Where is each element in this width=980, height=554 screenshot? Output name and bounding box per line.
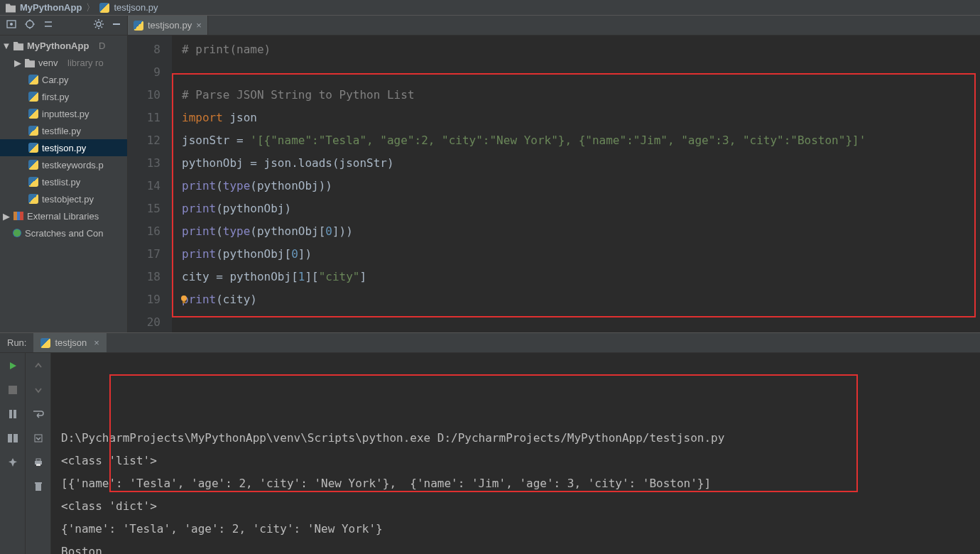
gear-icon[interactable] xyxy=(93,18,104,32)
code-line[interactable]: jsonStr = '[{"name":"Tesla", "age":2, "c… xyxy=(182,129,980,152)
run-label: Run: xyxy=(0,337,33,348)
select-opened-file-icon[interactable] xyxy=(6,18,17,32)
code-line[interactable]: print(pythonObj) xyxy=(182,197,980,220)
print-icon[interactable] xyxy=(31,455,45,469)
down-icon[interactable] xyxy=(31,383,45,397)
close-run-tab-icon[interactable]: × xyxy=(94,337,99,348)
svg-rect-30 xyxy=(36,464,40,466)
tree-external-label: External Libraries xyxy=(27,211,99,222)
editor-gutter: 891011121314151617181920 xyxy=(128,36,172,332)
svg-point-19 xyxy=(181,295,187,301)
tree-scratches-label: Scratches and Con xyxy=(25,228,104,239)
tree-file-label: first.py xyxy=(42,92,69,102)
tree-file[interactable]: first.py xyxy=(0,88,127,105)
run-panel: Run: testjson × xyxy=(0,332,980,554)
tree-scratches[interactable]: Scratches and Con xyxy=(0,224,127,241)
code-line[interactable] xyxy=(182,61,980,84)
expander-right-icon[interactable]: ▶ xyxy=(3,212,10,219)
svg-rect-29 xyxy=(36,459,40,461)
python-file-icon xyxy=(28,143,38,153)
run-tab[interactable]: testjson × xyxy=(33,333,106,352)
pause-icon[interactable] xyxy=(6,407,20,421)
tree-venv[interactable]: ▶ venv library ro xyxy=(0,54,127,71)
editor-tabs: testjson.py × xyxy=(128,16,208,35)
console-line: {'name': 'Tesla', 'age': 2, 'city': 'New… xyxy=(61,518,970,541)
code-line[interactable]: print(type(pythonObj[0])) xyxy=(182,220,980,243)
svg-rect-23 xyxy=(9,410,12,418)
breadcrumb-sep: 〉 xyxy=(86,1,95,14)
code-line[interactable]: print(pythonObj[0]) xyxy=(182,243,980,266)
hide-icon[interactable] xyxy=(111,19,121,31)
console-line: <class 'dict'> xyxy=(61,495,970,518)
breadcrumb-project[interactable]: MyPythonApp xyxy=(20,2,82,13)
tree-root-label: MyPythonApp xyxy=(27,40,89,51)
tree-root[interactable]: ▼ MyPythonApp D xyxy=(0,37,127,54)
gutter-line-number: 11 xyxy=(128,107,160,129)
code-editor[interactable]: 891011121314151617181920 # print(name)# … xyxy=(128,36,980,332)
code-line[interactable]: print(type(pythonObj)) xyxy=(182,175,980,197)
editor-code[interactable]: # print(name)# Parse JSON String to Pyth… xyxy=(172,36,980,332)
tree-file[interactable]: testlist.py xyxy=(0,173,127,190)
intention-bulb-icon[interactable] xyxy=(179,294,189,304)
gutter-line-number: 8 xyxy=(128,38,160,61)
project-tree[interactable]: ▼ MyPythonApp D ▶ venv library ro Car.py… xyxy=(0,36,128,332)
tree-file[interactable]: testobject.py xyxy=(0,190,127,207)
tree-root-path: D xyxy=(99,40,105,51)
collapse-all-icon[interactable] xyxy=(43,18,54,32)
breadcrumb-file[interactable]: testjson.py xyxy=(114,2,158,13)
tree-venv-label: venv xyxy=(38,58,58,68)
svg-line-14 xyxy=(95,21,97,22)
code-line[interactable]: # print(name) xyxy=(182,38,980,61)
close-tab-icon[interactable]: × xyxy=(196,20,202,31)
code-line[interactable]: pythonObj = json.loads(jsonStr) xyxy=(182,152,980,175)
run-header: Run: testjson × xyxy=(0,333,980,353)
tree-file[interactable]: testfile.py xyxy=(0,122,127,139)
target-icon[interactable] xyxy=(24,18,36,32)
tree-file-label: testkeywords.p xyxy=(42,160,104,170)
trash-icon[interactable] xyxy=(31,479,45,494)
tree-external-libraries[interactable]: ▶ External Libraries xyxy=(0,207,127,224)
console-output[interactable]: D:\PycharmProjects\MyPythonApp\venv\Scri… xyxy=(51,353,980,554)
gutter-line-number: 12 xyxy=(128,129,160,152)
python-file-icon xyxy=(134,21,143,31)
tree-file[interactable]: inputtest.py xyxy=(0,105,127,122)
stop-icon[interactable] xyxy=(6,383,20,397)
scroll-to-end-icon[interactable] xyxy=(31,431,45,445)
soft-wrap-icon[interactable] xyxy=(31,407,45,421)
layout-icon[interactable] xyxy=(6,431,20,445)
rerun-icon[interactable] xyxy=(6,359,20,373)
python-file-icon xyxy=(28,126,38,136)
code-line[interactable]: import json xyxy=(182,107,980,129)
svg-rect-26 xyxy=(13,434,18,442)
code-line[interactable]: # Parse JSON String to Python List xyxy=(182,84,980,107)
code-line[interactable]: city = pythonObj[1]["city"] xyxy=(182,266,980,288)
scratches-icon xyxy=(13,229,21,237)
python-icon xyxy=(40,338,50,348)
pin-icon[interactable] xyxy=(6,455,20,469)
code-line[interactable] xyxy=(182,311,980,332)
expander-right-icon[interactable]: ▶ xyxy=(14,59,21,66)
svg-line-16 xyxy=(95,27,97,28)
svg-line-17 xyxy=(102,21,103,22)
console-line: <class 'list'> xyxy=(61,450,970,472)
up-icon[interactable] xyxy=(31,359,45,373)
tree-file-label: Car.py xyxy=(42,75,69,85)
tree-file[interactable]: testjson.py xyxy=(0,139,127,156)
svg-marker-21 xyxy=(10,362,16,369)
gutter-line-number: 10 xyxy=(128,84,160,107)
svg-rect-24 xyxy=(13,410,16,418)
folder-icon xyxy=(25,58,35,67)
svg-rect-22 xyxy=(9,386,17,394)
tree-file-label: testlist.py xyxy=(42,177,80,188)
code-line[interactable]: print(city) xyxy=(182,288,980,311)
svg-line-15 xyxy=(102,27,103,28)
python-file-icon xyxy=(28,177,38,187)
tree-file[interactable]: Car.py xyxy=(0,71,127,88)
tree-file[interactable]: testkeywords.p xyxy=(0,156,127,173)
python-file-icon xyxy=(28,160,38,170)
gutter-line-number: 20 xyxy=(128,311,160,332)
editor-tab-testjson[interactable]: testjson.py × xyxy=(128,16,208,35)
expander-down-icon[interactable]: ▼ xyxy=(3,42,10,49)
gutter-line-number: 9 xyxy=(128,61,160,84)
console-line: D:\PycharmProjects\MyPythonApp\venv\Scri… xyxy=(61,427,970,450)
